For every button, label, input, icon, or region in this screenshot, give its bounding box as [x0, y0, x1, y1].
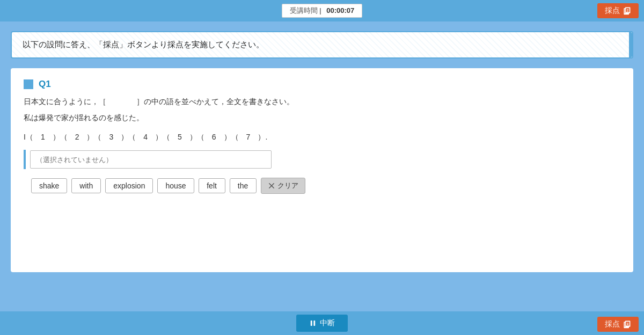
svg-rect-1 — [313, 321, 315, 326]
pause-label: 中断 — [320, 318, 335, 328]
question-icon — [24, 79, 33, 89]
word-button-with[interactable]: with — [71, 178, 101, 193]
instruction-text: 以下の設問に答え、「採点」ボタンより採点を実施してください。 — [23, 40, 264, 49]
question-header: Q1 — [24, 79, 620, 90]
timer-label: 受講時間 — [290, 6, 318, 14]
instruction-box: 以下の設問に答え、「採点」ボタンより採点を実施してください。 — [11, 31, 633, 59]
question-sentence: 私は爆発で家が揺れるのを感じた。 — [24, 113, 620, 123]
answer-bar — [24, 150, 26, 169]
svg-rect-0 — [311, 321, 312, 326]
question-label: Q1 — [39, 79, 51, 90]
pause-icon — [309, 319, 317, 327]
word-buttons-container: shake with explosion house felt the クリア — [31, 178, 620, 194]
word-button-felt[interactable]: felt — [199, 178, 225, 193]
top-score-icon — [623, 6, 631, 15]
word-button-explosion[interactable]: explosion — [105, 178, 153, 193]
question-card: Q1 日本文に合うように，［ ］の中の語を並べかえて，全文を書きなさい。 私は爆… — [11, 68, 633, 272]
top-score-button[interactable]: 採点 — [597, 3, 639, 18]
question-blanks: I（ 1 ）（ 2 ）（ 3 ）（ 4 ）（ 5 ）（ 6 ）（ 7 ）. — [24, 133, 620, 142]
top-score-label: 採点 — [605, 6, 620, 16]
question-instruction: 日本文に合うように，［ ］の中の語を並べかえて，全文を書きなさい。 — [24, 97, 620, 107]
word-button-house[interactable]: house — [157, 178, 194, 193]
main-content: 以下の設問に答え、「採点」ボタンより採点を実施してください。 Q1 日本文に合う… — [0, 21, 644, 311]
top-bar: 受講時間 | 00:00:07 採点 — [0, 0, 644, 21]
word-button-shake[interactable]: shake — [31, 178, 67, 193]
timer-separator: | — [319, 6, 323, 14]
answer-input-row — [24, 150, 620, 169]
pause-button[interactable]: 中断 — [296, 315, 348, 332]
clear-label: クリア — [277, 181, 298, 191]
bottom-score-icon — [623, 320, 631, 329]
word-button-the[interactable]: the — [230, 178, 257, 193]
instruction-bar — [629, 32, 632, 57]
timer-box: 受講時間 | 00:00:07 — [282, 4, 363, 18]
bottom-score-button[interactable]: 採点 — [597, 317, 639, 332]
timer-value: 00:00:07 — [326, 6, 354, 14]
bottom-score-label: 採点 — [605, 319, 620, 329]
answer-input[interactable] — [30, 150, 272, 169]
clear-button[interactable]: クリア — [261, 178, 305, 194]
clear-icon — [268, 182, 275, 190]
bottom-bar: 中断 採点 — [0, 311, 644, 335]
